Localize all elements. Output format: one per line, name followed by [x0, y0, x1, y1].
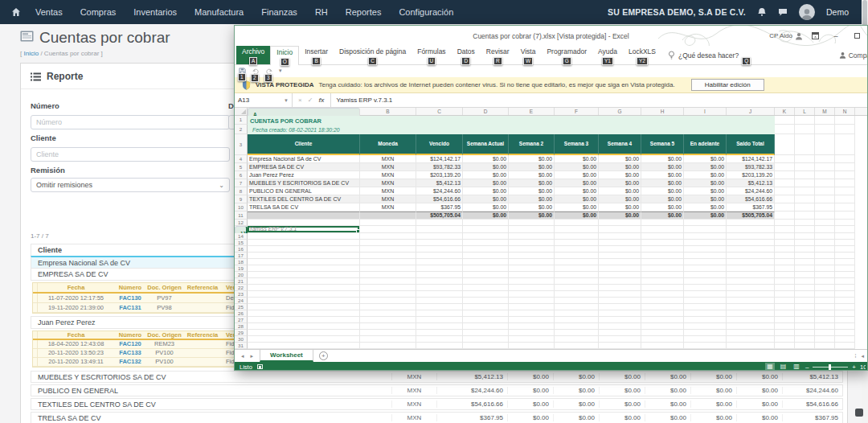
- cell[interactable]: [509, 298, 555, 304]
- cell[interactable]: [416, 278, 463, 285]
- report-title-cell[interactable]: CUENTAS POR COBRAR: [248, 116, 775, 125]
- cell[interactable]: [815, 259, 835, 265]
- cell[interactable]: [775, 179, 795, 187]
- row-header-27[interactable]: 27: [235, 317, 248, 323]
- cell[interactable]: [795, 220, 815, 226]
- cell[interactable]: [684, 278, 727, 285]
- row-header-2[interactable]: 2: [235, 125, 248, 134]
- cell[interactable]: [641, 226, 684, 233]
- zoom-slider[interactable]: [813, 367, 848, 368]
- totals-cell[interactable]: $0.00: [641, 212, 684, 220]
- macro-record-icon[interactable]: [257, 364, 263, 369]
- column-header-h[interactable]: H: [641, 108, 684, 115]
- sheet-column-header[interactable]: En adelante: [684, 134, 727, 155]
- sheet-column-header[interactable]: Semana Actual: [463, 134, 509, 155]
- excel-titlebar[interactable]: Cuentas por cobrar (7).xlsx [Vista prote…: [235, 26, 867, 46]
- cell[interactable]: [684, 343, 727, 349]
- cell[interactable]: $0.00: [641, 187, 684, 195]
- cell[interactable]: [775, 343, 795, 349]
- cell[interactable]: $0.00: [599, 171, 641, 179]
- cell[interactable]: [775, 259, 795, 265]
- sheet-prev-icon[interactable]: ◂: [241, 353, 244, 359]
- cell[interactable]: [795, 171, 815, 179]
- cell[interactable]: [555, 240, 599, 246]
- cell[interactable]: $0.00: [463, 195, 509, 203]
- cell[interactable]: [509, 253, 555, 259]
- cell[interactable]: [416, 343, 463, 349]
- cell[interactable]: [684, 272, 727, 278]
- totals-cell[interactable]: [360, 212, 416, 220]
- cell[interactable]: [248, 336, 360, 343]
- cell[interactable]: [835, 212, 855, 220]
- cell[interactable]: [360, 304, 416, 310]
- cell[interactable]: TEXTILES DEL CENTRO SA DE CV: [248, 195, 360, 203]
- cell[interactable]: [815, 179, 835, 187]
- cell[interactable]: [360, 272, 416, 278]
- cell[interactable]: [509, 246, 555, 253]
- row-header-23[interactable]: 23: [235, 291, 248, 298]
- cell[interactable]: [775, 336, 795, 343]
- cell[interactable]: [641, 298, 684, 304]
- nav-item-finanzas[interactable]: Finanzas: [261, 7, 297, 17]
- cell[interactable]: [555, 246, 599, 253]
- nav-item-ventas[interactable]: Ventas: [35, 7, 63, 17]
- cell[interactable]: $24,244.60: [416, 187, 463, 195]
- cell[interactable]: [641, 323, 684, 330]
- user-menu[interactable]: Demo: [826, 7, 849, 17]
- cell[interactable]: $0.00: [555, 203, 599, 212]
- cell[interactable]: [509, 220, 555, 226]
- row-header-7[interactable]: 7: [235, 179, 248, 187]
- cell[interactable]: [727, 285, 775, 291]
- cell[interactable]: [684, 226, 727, 233]
- cell[interactable]: $54,616.66: [416, 195, 463, 203]
- cell[interactable]: [416, 226, 463, 233]
- cell[interactable]: $0.00: [509, 155, 555, 163]
- cell[interactable]: [835, 330, 855, 336]
- cell[interactable]: [727, 317, 775, 323]
- cell[interactable]: [248, 253, 360, 259]
- cell[interactable]: [795, 291, 815, 298]
- column-header-k[interactable]: K: [775, 108, 795, 115]
- select-all-corner[interactable]: [235, 108, 248, 115]
- cell[interactable]: $0.00: [684, 195, 727, 203]
- ribbon-tab-inicio[interactable]: InicioO: [270, 46, 299, 65]
- sheet-column-header[interactable]: Semana 2: [509, 134, 555, 155]
- cell[interactable]: [775, 155, 795, 163]
- cell[interactable]: MXN: [360, 195, 416, 203]
- zoom-slider-handle[interactable]: [829, 364, 831, 370]
- cell[interactable]: [795, 317, 815, 323]
- cell[interactable]: [599, 285, 641, 291]
- cell[interactable]: [555, 233, 599, 240]
- cell[interactable]: [684, 317, 727, 323]
- cell[interactable]: [775, 285, 795, 291]
- cell[interactable]: [463, 330, 509, 336]
- cell[interactable]: [599, 323, 641, 330]
- cell[interactable]: [835, 298, 855, 304]
- sheet-column-header[interactable]: Vencido: [416, 134, 463, 155]
- cell[interactable]: [795, 272, 815, 278]
- cell[interactable]: [795, 187, 815, 195]
- row-header-9[interactable]: 9: [235, 195, 248, 203]
- cell[interactable]: [248, 259, 360, 265]
- cell[interactable]: $0.00: [509, 203, 555, 212]
- cell[interactable]: [360, 233, 416, 240]
- cell[interactable]: $203,139.20: [416, 171, 463, 179]
- cell[interactable]: [727, 240, 775, 246]
- cell[interactable]: [795, 259, 815, 265]
- cell[interactable]: [641, 304, 684, 310]
- cell[interactable]: [815, 125, 835, 134]
- cell[interactable]: [416, 330, 463, 336]
- cell[interactable]: [463, 343, 509, 349]
- cell[interactable]: [599, 246, 641, 253]
- cell[interactable]: [555, 298, 599, 304]
- cell[interactable]: [835, 246, 855, 253]
- cell[interactable]: [360, 240, 416, 246]
- cell[interactable]: [416, 246, 463, 253]
- cell[interactable]: TRELSA SA DE CV: [248, 203, 360, 212]
- cell[interactable]: $0.00: [641, 179, 684, 187]
- cell[interactable]: [835, 253, 855, 259]
- ribbon-tab-datos[interactable]: DatosD: [452, 46, 481, 64]
- column-header-l[interactable]: L: [795, 108, 815, 115]
- cell[interactable]: [509, 272, 555, 278]
- ribbon-tab-archivo[interactable]: ArchivoA: [236, 46, 270, 64]
